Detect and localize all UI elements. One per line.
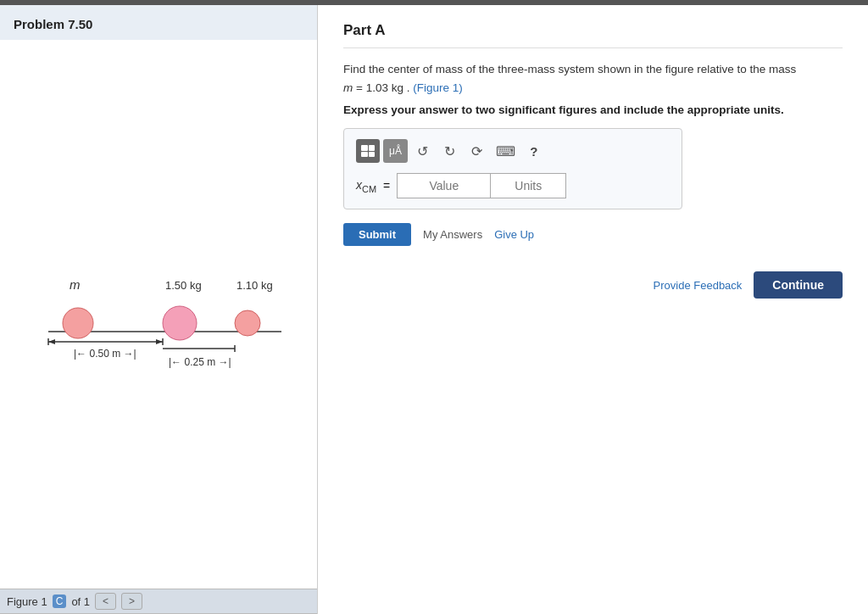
svg-marker-6 — [156, 339, 163, 344]
keyboard-button[interactable]: ⌨ — [492, 139, 519, 163]
bottom-actions: Provide Feedback Continue — [343, 271, 843, 299]
mass1-circle — [163, 306, 197, 340]
figure-label: Figure 1 — [7, 595, 47, 608]
answer-box: μÅ ↺ ↻ ⟳ ⌨ ? xCM = — [343, 128, 682, 209]
give-up-link[interactable]: Give Up — [494, 228, 534, 241]
cm-sub: CM — [362, 184, 376, 194]
matrix-button[interactable] — [356, 139, 380, 163]
problem-text-1: Find the center of mass of the three-mas… — [343, 63, 796, 75]
dist1-label: |← 0.50 m →| — [74, 348, 136, 360]
mass1-label: 1.50 kg — [165, 279, 202, 292]
input-row: xCM = — [356, 173, 670, 198]
figure-select[interactable]: C — [53, 594, 67, 608]
figure-area: m 1.50 kg 1.10 kg — [0, 40, 317, 614]
mass2-label: 1.10 kg — [236, 279, 273, 292]
matrix-icon — [361, 145, 375, 157]
main-layout: Problem 7.50 m 1.50 kg 1.10 kg — [0, 5, 868, 614]
units-input[interactable] — [490, 173, 566, 198]
right-panel: Part A Find the center of mass of the th… — [318, 5, 868, 614]
figure-link[interactable]: (Figure 1) — [413, 81, 463, 94]
part-title: Part A — [343, 22, 843, 48]
figure-of: of 1 — [71, 595, 90, 608]
figure-next-btn[interactable]: > — [121, 593, 142, 610]
my-answers-text: My Answers — [423, 228, 482, 241]
action-row: Submit My Answers Give Up — [343, 223, 843, 246]
provide-feedback-link[interactable]: Provide Feedback — [654, 279, 743, 292]
svg-marker-5 — [48, 339, 55, 344]
redo-button[interactable]: ↻ — [438, 139, 462, 163]
left-panel: Problem 7.50 m 1.50 kg 1.10 kg — [0, 5, 318, 614]
equals-sign: = — [383, 179, 390, 193]
dist2-label: |← 0.25 m →| — [169, 356, 231, 368]
problem-text: Find the center of mass of the three-mas… — [343, 60, 843, 97]
undo-button[interactable]: ↺ — [411, 139, 435, 163]
mass2-circle — [235, 310, 260, 336]
mass-m-circle — [63, 308, 93, 338]
m-italic: m — [343, 81, 353, 94]
figure-bar: Figure 1 C of 1 < > — [0, 589, 317, 614]
mu-button[interactable]: μÅ — [383, 139, 408, 163]
problem-title: Problem 7.50 — [0, 5, 317, 40]
continue-button[interactable]: Continue — [754, 271, 843, 299]
x-label: x — [356, 178, 362, 192]
submit-button[interactable]: Submit — [343, 223, 411, 246]
m-label: m — [70, 277, 81, 292]
refresh-button[interactable]: ⟳ — [465, 139, 489, 163]
mass-diagram: m 1.50 kg 1.10 kg — [23, 247, 294, 382]
xcm-label: xCM — [356, 178, 376, 194]
toolbar: μÅ ↺ ↻ ⟳ ⌨ ? — [356, 139, 670, 163]
diagram-container: m 1.50 kg 1.10 kg — [0, 40, 317, 589]
figure-prev-btn[interactable]: < — [95, 593, 116, 610]
figure-canvas: m 1.50 kg 1.10 kg — [0, 40, 317, 589]
help-button[interactable]: ? — [522, 139, 546, 163]
value-input[interactable] — [397, 173, 490, 198]
express-text: Express your answer to two significant f… — [343, 103, 843, 116]
m-equals: = 1.03 kg . — [353, 81, 409, 94]
